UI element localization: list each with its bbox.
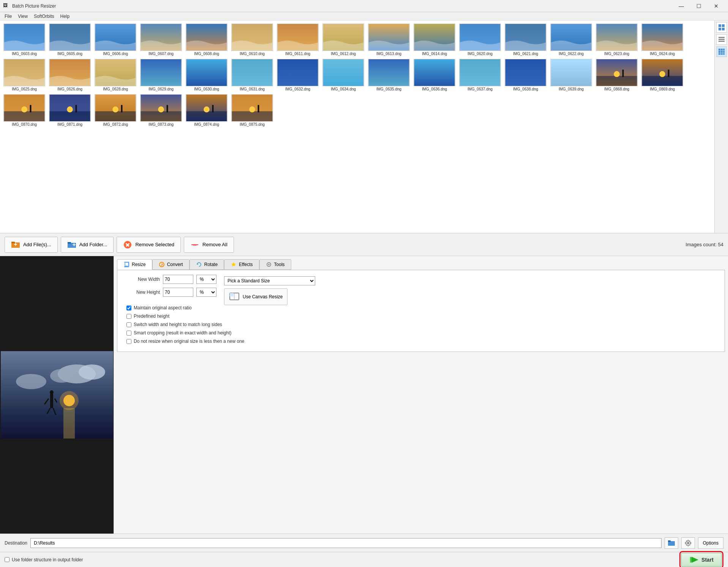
list-item[interactable]: IMG_0875.dng: [229, 93, 275, 128]
folder-structure-checkbox[interactable]: [5, 557, 9, 562]
list-item[interactable]: IMG_0612.dng: [321, 22, 366, 57]
list-item[interactable]: IMG_0868.dng: [594, 57, 640, 93]
list-view-button[interactable]: [716, 34, 727, 45]
list-item[interactable]: IMG_0626.dng: [47, 57, 93, 93]
list-item[interactable]: IMG_0611.dng: [275, 22, 321, 57]
list-item[interactable]: IMG_0872.dng: [93, 93, 138, 128]
svg-point-58: [249, 106, 255, 112]
close-button[interactable]: ✕: [707, 0, 725, 12]
menu-softorbits[interactable]: SoftOrbits: [31, 13, 57, 20]
menu-view[interactable]: View: [15, 13, 31, 20]
list-item[interactable]: IMG_0638.dng: [503, 57, 548, 93]
grid-view-button[interactable]: [716, 46, 727, 57]
remove-selected-button[interactable]: Remove Selected: [117, 237, 181, 253]
svg-rect-41: [50, 111, 90, 121]
smart-crop-label[interactable]: Smart cropping (result in exact width an…: [134, 330, 231, 336]
maintain-aspect-label[interactable]: Maintain original aspect ratio: [134, 305, 192, 310]
tab-convert[interactable]: Convert: [152, 259, 190, 270]
remove-all-label: Remove All: [202, 242, 227, 247]
list-item[interactable]: IMG_0629.dng: [138, 57, 184, 93]
list-item[interactable]: IMG_0622.dng: [548, 22, 594, 57]
list-item[interactable]: IMG_0607.dng: [138, 22, 184, 57]
thumbnail-label: IMG_0612.dng: [331, 52, 356, 56]
list-item[interactable]: IMG_0637.dng: [457, 57, 503, 93]
image-grid[interactable]: IMG_0603.dngIMG_0605.dngIMG_0606.dngIMG_…: [0, 21, 714, 233]
svg-point-99: [50, 390, 54, 394]
svg-rect-97: [63, 408, 75, 439]
list-item[interactable]: IMG_0871.dng: [47, 93, 93, 128]
list-item[interactable]: IMG_0620.dng: [457, 22, 503, 57]
list-item[interactable]: IMG_0614.dng: [412, 22, 457, 57]
smart-crop-checkbox[interactable]: [126, 331, 131, 336]
menu-help[interactable]: Help: [57, 13, 73, 20]
maintain-aspect-checkbox[interactable]: [126, 306, 131, 310]
list-item[interactable]: IMG_0603.dng: [2, 22, 47, 57]
toolbar: Add File(s)... Add Folder... Remove Sele…: [0, 233, 728, 256]
height-unit-select[interactable]: %pxcmmminch: [196, 288, 216, 297]
switch-wh-label[interactable]: Switch width and height to match long si…: [134, 322, 222, 327]
settings-button[interactable]: [681, 537, 695, 549]
svg-rect-19: [186, 59, 227, 86]
remove-all-button[interactable]: Remove All: [184, 237, 234, 253]
options-label: Options: [703, 540, 719, 546]
tab-resize[interactable]: Resize: [117, 259, 152, 270]
svg-rect-53: [186, 111, 227, 121]
svg-rect-79: [15, 243, 16, 246]
predefined-height-label[interactable]: Predefined height: [134, 314, 169, 319]
thumbnail-label: IMG_0634.dng: [331, 87, 356, 91]
thumbnail-label: IMG_0628.dng: [103, 87, 128, 91]
standard-size-select[interactable]: Pick a Standard Size: [224, 276, 315, 285]
folder-structure-label[interactable]: Use folder structure in output folder: [12, 557, 83, 562]
options-button[interactable]: Options: [698, 537, 723, 549]
list-item[interactable]: IMG_0625.dng: [2, 57, 47, 93]
destination-input[interactable]: [30, 538, 662, 548]
list-item[interactable]: IMG_0635.dng: [366, 57, 412, 93]
browse-destination-button[interactable]: [665, 537, 678, 549]
no-resize-label[interactable]: Do not resize when original size is less…: [134, 339, 245, 344]
start-button[interactable]: Start: [681, 553, 722, 567]
list-item[interactable]: IMG_0621.dng: [503, 22, 548, 57]
use-canvas-button[interactable]: Use Canvas Resize: [224, 288, 287, 305]
no-resize-checkbox[interactable]: [126, 339, 131, 344]
thumbnail-label: IMG_0869.dng: [650, 87, 675, 91]
list-item[interactable]: IMG_0624.dng: [640, 22, 685, 57]
list-item[interactable]: IMG_0605.dng: [47, 22, 93, 57]
list-item[interactable]: IMG_0623.dng: [594, 22, 640, 57]
add-folder-button[interactable]: Add Folder...: [61, 237, 114, 253]
tab-tools[interactable]: Tools: [259, 259, 291, 270]
list-item[interactable]: IMG_0870.dng: [2, 93, 47, 128]
image-grid-container: IMG_0603.dngIMG_0605.dngIMG_0606.dngIMG_…: [0, 21, 728, 233]
width-unit-select[interactable]: %pxcmmminch: [196, 275, 216, 284]
minimize-button[interactable]: —: [673, 0, 690, 12]
list-item[interactable]: IMG_0628.dng: [93, 57, 138, 93]
svg-rect-51: [167, 105, 168, 112]
list-item[interactable]: IMG_0869.dng: [640, 57, 685, 93]
tab-rotate[interactable]: Rotate: [190, 259, 224, 270]
list-item[interactable]: IMG_0610.dng: [229, 22, 275, 57]
predefined-height-checkbox[interactable]: [126, 314, 131, 319]
svg-rect-81: [68, 242, 71, 244]
list-item[interactable]: IMG_0631.dng: [229, 57, 275, 93]
list-item[interactable]: IMG_0874.dng: [184, 93, 229, 128]
list-item[interactable]: IMG_0606.dng: [93, 22, 138, 57]
list-item[interactable]: IMG_0636.dng: [412, 57, 457, 93]
start-button-container: Start: [679, 551, 723, 567]
list-item[interactable]: IMG_0634.dng: [321, 57, 366, 93]
switch-wh-row: Switch width and height to match long si…: [122, 322, 720, 327]
width-input[interactable]: [163, 275, 193, 284]
menu-file[interactable]: File: [2, 13, 15, 20]
switch-wh-checkbox[interactable]: [126, 322, 131, 327]
list-item[interactable]: IMG_0613.dng: [366, 22, 412, 57]
list-item[interactable]: IMG_0630.dng: [184, 57, 229, 93]
tab-effects[interactable]: Effects: [224, 259, 259, 270]
maximize-button[interactable]: ☐: [690, 0, 707, 12]
add-files-button[interactable]: Add File(s)...: [5, 237, 58, 253]
canvas-icon: [229, 291, 240, 302]
thumbnail-view-button[interactable]: [716, 22, 727, 33]
height-input[interactable]: [163, 288, 193, 297]
list-item[interactable]: IMG_0632.dng: [275, 57, 321, 93]
svg-rect-22: [323, 59, 364, 86]
list-item[interactable]: IMG_0608.dng: [184, 22, 229, 57]
list-item[interactable]: IMG_0639.dng: [548, 57, 594, 93]
list-item[interactable]: IMG_0873.dng: [138, 93, 184, 128]
